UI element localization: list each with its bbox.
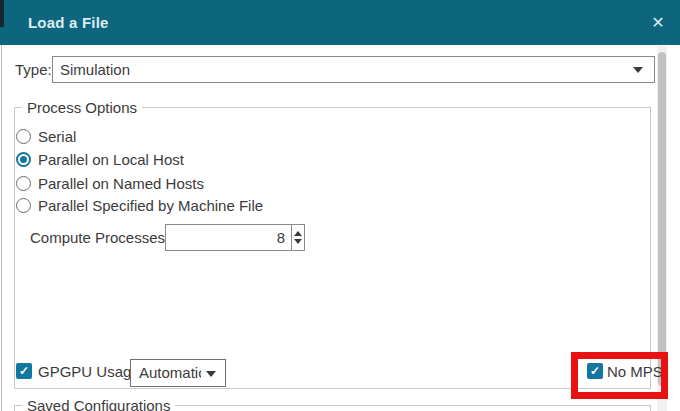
type-label: Type: bbox=[15, 56, 52, 84]
radio-circle-selected bbox=[16, 152, 31, 167]
gpgpu-mode-value: Automatic bbox=[139, 360, 201, 386]
radio-parallel-machine-file[interactable]: Parallel Specified by Machine File bbox=[16, 197, 336, 214]
load-file-dialog: Load a File ✕ Type: Simulation Process O… bbox=[0, 0, 680, 411]
radio-serial[interactable]: Serial bbox=[16, 128, 316, 145]
process-options-legend: Process Options bbox=[22, 99, 142, 116]
radio-circle bbox=[16, 176, 31, 191]
no-mps-checkbox[interactable]: ✓ bbox=[587, 363, 603, 379]
checkmark-icon: ✓ bbox=[19, 364, 29, 378]
saved-configurations-legend: Saved Configurations bbox=[22, 397, 175, 411]
dialog-left-border bbox=[1, 45, 2, 411]
spinner-buttons[interactable] bbox=[291, 225, 304, 250]
window-edge-artifact bbox=[0, 0, 4, 27]
compute-processes-spinbox bbox=[165, 224, 305, 251]
chevron-down-icon bbox=[206, 371, 216, 377]
radio-circle bbox=[16, 198, 31, 213]
dialog-title: Load a File bbox=[28, 0, 109, 45]
type-dropdown[interactable]: Simulation bbox=[52, 56, 655, 83]
dialog-titlebar: Load a File ✕ bbox=[0, 0, 680, 45]
gpgpu-mode-dropdown[interactable]: Automatic bbox=[130, 359, 226, 387]
compute-processes-input[interactable] bbox=[166, 225, 291, 250]
vertical-scrollbar[interactable] bbox=[657, 46, 667, 411]
gpgpu-usage-checkbox[interactable]: ✓ bbox=[16, 363, 32, 379]
close-icon[interactable]: ✕ bbox=[644, 0, 672, 45]
chevron-down-icon bbox=[633, 67, 643, 73]
radio-parallel-named-hosts[interactable]: Parallel on Named Hosts bbox=[16, 175, 316, 192]
scrollbar-thumb[interactable] bbox=[658, 52, 666, 386]
radio-parallel-local-host[interactable]: Parallel on Local Host bbox=[16, 151, 316, 168]
compute-processes-label: Compute Processes: bbox=[30, 224, 169, 251]
radio-circle bbox=[16, 129, 31, 144]
spinner-up-icon[interactable] bbox=[294, 231, 302, 236]
gpgpu-usage-label: GPGPU Usage bbox=[38, 363, 140, 380]
spinner-down-icon[interactable] bbox=[294, 239, 302, 244]
type-dropdown-value: Simulation bbox=[60, 57, 630, 82]
no-mps-label: No MPS bbox=[607, 363, 663, 380]
checkmark-icon: ✓ bbox=[590, 364, 600, 378]
